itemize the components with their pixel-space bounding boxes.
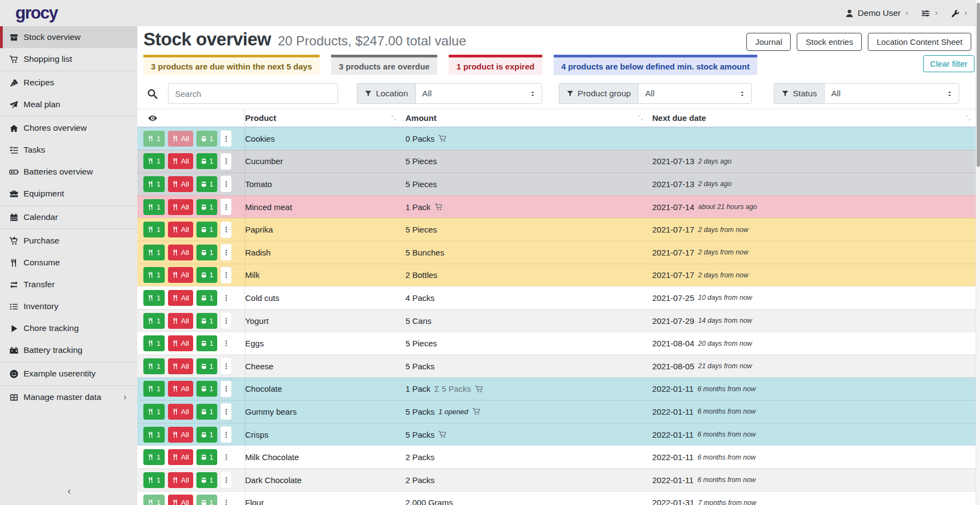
- location-content-sheet-button[interactable]: Location Content Sheet: [868, 33, 971, 51]
- consume-all-button[interactable]: All: [168, 267, 193, 283]
- sidebar-item-shopping-list[interactable]: Shopping list: [0, 48, 137, 70]
- sidebar-item-stock-overview[interactable]: Stock overview: [0, 26, 137, 48]
- consume-one-button[interactable]: 1: [143, 131, 165, 147]
- location-select[interactable]: All: [415, 83, 542, 104]
- consume-all-button[interactable]: All: [168, 153, 193, 169]
- row-menu-button[interactable]: [221, 312, 231, 329]
- open-one-button[interactable]: 1: [196, 313, 218, 329]
- row-menu-button[interactable]: [221, 267, 231, 283]
- consume-all-button[interactable]: All: [168, 176, 193, 192]
- consume-all-button[interactable]: All: [168, 449, 193, 465]
- open-one-button[interactable]: 1: [196, 176, 218, 192]
- consume-all-button[interactable]: All: [168, 427, 193, 443]
- open-one-button[interactable]: 1: [196, 199, 218, 215]
- status-select[interactable]: All: [824, 83, 959, 104]
- open-one-button[interactable]: 1: [196, 131, 218, 147]
- consume-one-button[interactable]: 1: [143, 267, 165, 283]
- consume-all-button[interactable]: All: [168, 222, 193, 237]
- row-menu-button[interactable]: [221, 176, 231, 192]
- journal-button[interactable]: Journal: [746, 33, 791, 51]
- user-menu[interactable]: Demo User: [845, 8, 910, 18]
- sidebar-item-battery-tracking[interactable]: Battery tracking: [0, 339, 137, 361]
- sidebar-item-tasks[interactable]: Tasks: [0, 139, 137, 161]
- row-menu-button[interactable]: [221, 472, 231, 488]
- open-one-button[interactable]: 1: [196, 427, 218, 443]
- column-header-next-due-date[interactable]: Next due date: [652, 109, 976, 126]
- row-menu-button[interactable]: [221, 449, 231, 466]
- open-one-button[interactable]: 1: [196, 449, 218, 465]
- column-visibility-toggle[interactable]: [137, 109, 245, 126]
- consume-one-button[interactable]: 1: [143, 153, 165, 169]
- open-one-button[interactable]: 1: [196, 404, 218, 420]
- sidebar-item-manage-master-data[interactable]: Manage master data: [0, 386, 137, 408]
- clear-filter-button[interactable]: Clear filter: [923, 55, 975, 72]
- sidebar-item-chores-overview[interactable]: Chores overview: [0, 117, 137, 139]
- row-menu-button[interactable]: [221, 358, 231, 374]
- consume-all-button[interactable]: All: [168, 199, 193, 215]
- open-one-button[interactable]: 1: [196, 290, 218, 306]
- consume-all-button[interactable]: All: [168, 245, 193, 260]
- consume-all-button[interactable]: All: [168, 358, 193, 374]
- search-input[interactable]: [168, 83, 338, 104]
- open-one-button[interactable]: 1: [196, 267, 218, 283]
- consume-one-button[interactable]: 1: [143, 245, 165, 260]
- status-banner[interactable]: 1 product is expired: [449, 55, 542, 75]
- consume-all-button[interactable]: All: [168, 495, 193, 505]
- status-banner[interactable]: 3 products are overdue: [331, 55, 437, 75]
- consume-all-button[interactable]: All: [168, 404, 193, 420]
- open-one-button[interactable]: 1: [196, 335, 218, 351]
- consume-all-button[interactable]: All: [168, 335, 193, 351]
- open-one-button[interactable]: 1: [196, 245, 218, 260]
- sidebar-item-chore-tracking[interactable]: Chore tracking: [0, 317, 137, 339]
- sidebar-item-meal-plan[interactable]: Meal plan: [0, 94, 137, 115]
- consume-one-button[interactable]: 1: [143, 313, 165, 329]
- consume-one-button[interactable]: 1: [143, 472, 165, 488]
- consume-one-button[interactable]: 1: [143, 222, 165, 237]
- sidebar-collapse-button[interactable]: [0, 487, 137, 497]
- consume-all-button[interactable]: All: [168, 381, 193, 397]
- consume-one-button[interactable]: 1: [143, 176, 165, 192]
- sidebar-item-purchase[interactable]: Purchase: [0, 230, 137, 252]
- column-header-amount[interactable]: Amount: [405, 109, 652, 126]
- sidebar-item-batteries-overview[interactable]: Batteries overview: [0, 161, 137, 183]
- row-menu-button[interactable]: [221, 381, 231, 397]
- consume-all-button[interactable]: All: [168, 313, 193, 329]
- consume-one-button[interactable]: 1: [143, 290, 165, 306]
- sidebar-item-consume[interactable]: Consume: [0, 252, 137, 274]
- row-menu-button[interactable]: [221, 403, 231, 420]
- open-one-button[interactable]: 1: [196, 222, 218, 237]
- row-menu-button[interactable]: [221, 495, 231, 505]
- consume-all-button[interactable]: All: [168, 131, 193, 147]
- sidebar-item-example-userentity[interactable]: Example userentity: [0, 363, 137, 385]
- sidebar-item-recipes[interactable]: Recipes: [0, 72, 137, 94]
- consume-one-button[interactable]: 1: [143, 495, 165, 505]
- consume-one-button[interactable]: 1: [143, 199, 165, 215]
- row-menu-button[interactable]: [221, 289, 231, 306]
- open-one-button[interactable]: 1: [196, 153, 218, 169]
- consume-one-button[interactable]: 1: [143, 404, 165, 420]
- open-one-button[interactable]: 1: [196, 381, 218, 397]
- stock-entries-button[interactable]: Stock entries: [797, 33, 862, 51]
- row-menu-button[interactable]: [221, 153, 231, 170]
- settings-menu[interactable]: [921, 9, 940, 18]
- admin-menu[interactable]: [950, 9, 969, 18]
- status-banner[interactable]: 3 products are due within the next 5 day…: [143, 55, 320, 75]
- consume-one-button[interactable]: 1: [143, 427, 165, 443]
- consume-one-button[interactable]: 1: [143, 358, 165, 374]
- open-one-button[interactable]: 1: [196, 495, 218, 505]
- row-menu-button[interactable]: [221, 222, 231, 238]
- sidebar-item-calendar[interactable]: Calendar: [0, 206, 137, 228]
- sidebar-item-equipment[interactable]: Equipment: [0, 183, 137, 205]
- open-one-button[interactable]: 1: [196, 472, 218, 488]
- column-header-product[interactable]: Product: [245, 109, 405, 126]
- row-menu-button[interactable]: [221, 335, 231, 352]
- sidebar-item-transfer[interactable]: Transfer: [0, 274, 137, 295]
- open-one-button[interactable]: 1: [196, 358, 218, 374]
- scrollbar-thumb[interactable]: [977, 3, 980, 167]
- row-menu-button[interactable]: [221, 426, 231, 443]
- status-banner[interactable]: 4 products are below defined min. stock …: [554, 55, 757, 75]
- product-group-select[interactable]: All: [638, 83, 752, 104]
- consume-one-button[interactable]: 1: [143, 381, 165, 397]
- row-menu-button[interactable]: [221, 244, 231, 260]
- consume-one-button[interactable]: 1: [143, 335, 165, 351]
